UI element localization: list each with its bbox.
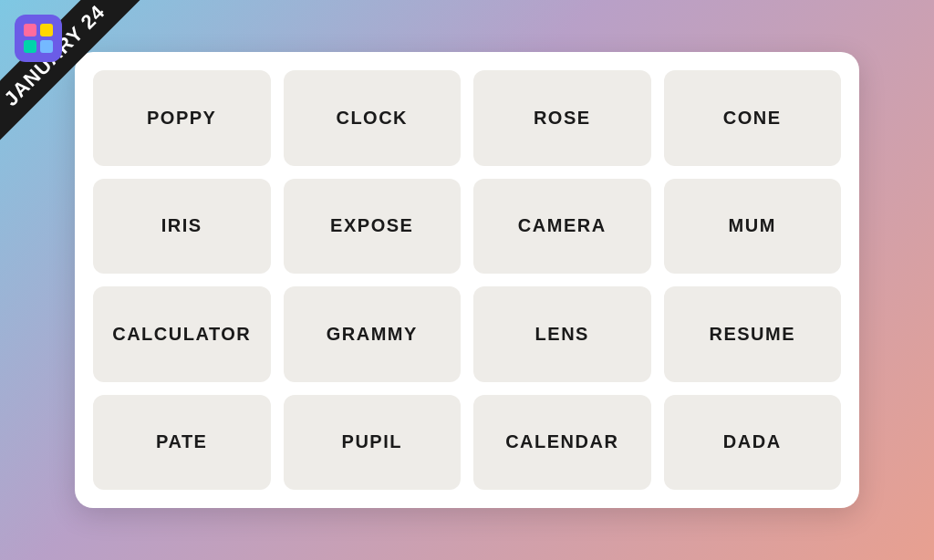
word-label-expose: EXPOSE [330, 215, 413, 236]
word-label-iris: IRIS [161, 215, 202, 236]
word-cell-cone[interactable]: CONE [664, 70, 842, 166]
app-icon-cell-3 [24, 40, 36, 53]
word-label-calendar: CALENDAR [505, 431, 618, 452]
word-label-mum: MUM [729, 215, 776, 236]
word-label-dada: DADA [723, 431, 782, 452]
word-cell-rose[interactable]: ROSE [473, 70, 651, 166]
word-label-calculator: CALCULATOR [112, 324, 251, 345]
app-icon-grid [24, 24, 53, 53]
word-label-poppy: POPPY [147, 108, 216, 129]
word-cell-dada[interactable]: DADA [664, 395, 842, 491]
word-cell-camera[interactable]: CAMERA [473, 179, 651, 275]
word-cell-expose[interactable]: EXPOSE [284, 179, 462, 275]
word-cell-resume[interactable]: RESUME [664, 286, 842, 382]
word-cell-calendar[interactable]: CALENDAR [473, 395, 651, 491]
word-label-camera: CAMERA [518, 215, 607, 236]
word-cell-calculator[interactable]: CALCULATOR [93, 286, 271, 382]
word-cell-lens[interactable]: LENS [473, 286, 651, 382]
word-label-lens: LENS [535, 324, 589, 345]
word-cell-pupil[interactable]: PUPIL [284, 395, 462, 491]
word-label-resume: RESUME [709, 324, 795, 345]
app-icon-cell-2 [40, 24, 53, 36]
word-cell-poppy[interactable]: POPPY [93, 70, 271, 166]
app-icon-cell-1 [24, 24, 36, 36]
word-label-clock: CLOCK [336, 108, 408, 129]
word-grid: POPPYCLOCKROSECONEIRISEXPOSECAMERAMUMCAL… [75, 52, 859, 508]
word-label-pupil: PUPIL [342, 431, 402, 452]
word-cell-iris[interactable]: IRIS [93, 179, 271, 275]
app-icon [15, 15, 62, 62]
word-cell-pate[interactable]: PATE [93, 395, 271, 491]
word-label-cone: CONE [723, 108, 782, 129]
word-label-grammy: GRAMMY [327, 324, 418, 345]
word-label-pate: PATE [156, 431, 207, 452]
app-icon-cell-4 [40, 40, 53, 53]
word-label-rose: ROSE [534, 108, 591, 129]
word-cell-mum[interactable]: MUM [664, 179, 842, 275]
word-cell-clock[interactable]: CLOCK [284, 70, 462, 166]
word-cell-grammy[interactable]: GRAMMY [284, 286, 462, 382]
